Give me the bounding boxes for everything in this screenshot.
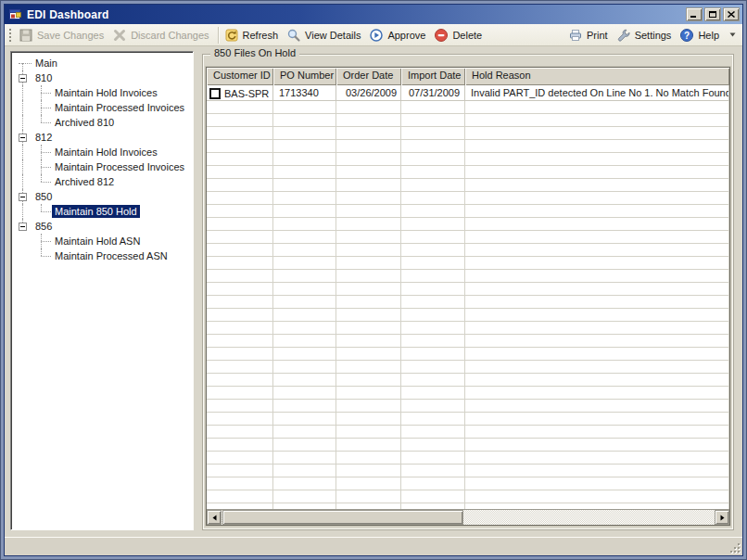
tree-item-812[interactable]: 812 — [15, 130, 191, 145]
refresh-button[interactable]: Refresh — [222, 26, 285, 45]
delete-button[interactable]: Delete — [431, 26, 487, 45]
column-header-hold-reason[interactable]: Hold Reason — [465, 68, 729, 85]
approve-button[interactable]: Approve — [366, 26, 431, 45]
tree-item-label: Main — [32, 57, 60, 70]
empty-cell — [401, 101, 465, 114]
tree-connector — [22, 159, 23, 174]
empty-grid-row — [207, 348, 729, 361]
empty-cell — [465, 374, 729, 387]
empty-cell — [465, 283, 729, 296]
empty-cell — [465, 413, 729, 426]
empty-cell — [401, 400, 465, 413]
tree-item-maintain-hold-invoices[interactable]: Maintain Hold Invoices — [15, 85, 191, 100]
view-details-button[interactable]: View Details — [284, 26, 366, 45]
tree-expander-minus[interactable] — [19, 193, 27, 201]
empty-grid-row — [207, 387, 729, 400]
empty-cell — [465, 387, 729, 400]
empty-grid-row — [207, 270, 729, 283]
column-header-order-date[interactable]: Order Date — [336, 68, 401, 85]
empty-cell — [273, 296, 336, 309]
settings-icon — [616, 28, 631, 43]
empty-grid-row — [207, 244, 729, 257]
tree-item-archived-810[interactable]: Archived 810 — [15, 115, 191, 130]
tree-item-maintain-processed-invoices[interactable]: Maintain Processed Invoices — [15, 100, 191, 115]
save-changes-button[interactable]: Save Changes — [16, 26, 109, 45]
empty-cell — [465, 231, 729, 244]
empty-cell — [401, 127, 465, 140]
tree-item-maintain-processed-invoices[interactable]: Maintain Processed Invoices — [15, 159, 191, 174]
tree-expander-minus[interactable] — [19, 134, 27, 142]
empty-cell — [273, 179, 336, 192]
empty-cell — [207, 400, 273, 413]
tree-expander-minus[interactable] — [19, 74, 27, 83]
help-button[interactable]: ? Help — [677, 26, 725, 45]
tree-item-810[interactable]: 810 — [15, 70, 191, 85]
help-label: Help — [698, 30, 719, 41]
table-row[interactable]: BAS-SPR 1713340 03/26/2009 07/31/2009 In… — [207, 85, 729, 101]
tree-item-label: 856 — [32, 220, 55, 233]
svg-text:?: ? — [684, 30, 690, 40]
empty-cell — [336, 439, 401, 452]
close-button[interactable] — [723, 7, 740, 21]
import-date-cell: 07/31/2009 — [401, 85, 465, 101]
empty-cell — [401, 153, 465, 166]
empty-grid-row — [207, 127, 729, 140]
scroll-right-button[interactable] — [715, 510, 729, 525]
column-header-po-number[interactable]: PO Number — [273, 68, 336, 85]
arrow-right-icon — [720, 515, 725, 521]
row-checkbox[interactable] — [209, 88, 221, 99]
tree-item-maintain-hold-invoices[interactable]: Maintain Hold Invoices — [15, 145, 191, 159]
empty-cell — [465, 426, 729, 439]
empty-cell — [401, 439, 465, 452]
tree-item-850[interactable]: 850 — [15, 189, 191, 204]
empty-grid-row — [207, 179, 729, 192]
tree-item-main[interactable]: Main — [15, 56, 191, 70]
horizontal-scrollbar[interactable] — [207, 509, 729, 525]
empty-cell — [336, 335, 401, 348]
delete-label: Delete — [452, 30, 482, 41]
tree-item-archived-812[interactable]: Archived 812 — [15, 174, 191, 189]
tree-item-856[interactable]: 856 — [15, 219, 191, 234]
column-header-import-date[interactable]: Import Date — [401, 68, 465, 85]
tree-expander-minus[interactable] — [19, 223, 27, 231]
tree-item-maintain-hold-asn[interactable]: Maintain Hold ASN — [15, 234, 191, 248]
resize-grip[interactable] — [728, 541, 740, 553]
empty-cell — [207, 140, 273, 153]
tree-connector — [22, 100, 23, 115]
tree-item-maintain-processed-asn[interactable]: Maintain Processed ASN — [15, 248, 191, 263]
tree-connector — [22, 174, 23, 189]
empty-cell — [465, 257, 729, 270]
empty-grid-row — [207, 465, 729, 477]
maximize-button[interactable] — [704, 7, 721, 21]
empty-cell — [465, 101, 729, 114]
empty-cell — [336, 465, 401, 477]
scroll-left-button[interactable] — [207, 510, 222, 525]
empty-cell — [273, 413, 336, 426]
empty-cell — [207, 439, 273, 452]
tree-item-maintain-850-hold[interactable]: Maintain 850 Hold — [15, 204, 191, 219]
title-bar[interactable]: EDI Dashboard — [5, 5, 742, 24]
toolbar-grip[interactable] — [8, 28, 12, 43]
discard-changes-button[interactable]: Discard Changes — [109, 26, 214, 45]
empty-cell — [465, 244, 729, 257]
tree-connector — [22, 85, 23, 100]
empty-cell — [401, 361, 465, 374]
print-button[interactable]: Print — [565, 26, 614, 45]
empty-cell — [465, 322, 729, 335]
empty-cell — [401, 166, 465, 179]
empty-cell — [207, 322, 273, 335]
settings-button[interactable]: Settings — [614, 26, 677, 45]
minimize-button[interactable] — [686, 7, 703, 21]
empty-cell — [207, 218, 273, 231]
scrollbar-thumb[interactable] — [222, 510, 463, 525]
tree-item-label: Archived 810 — [52, 116, 117, 129]
view-details-label: View Details — [305, 30, 361, 41]
empty-cell — [401, 192, 465, 205]
empty-cell — [465, 465, 729, 477]
empty-cell — [465, 490, 729, 503]
empty-cell — [273, 192, 336, 205]
tree-connector — [41, 211, 51, 212]
column-header-customer-id[interactable]: Customer ID — [207, 68, 273, 85]
empty-grid-row — [207, 490, 729, 503]
toolbar-overflow-button[interactable] — [727, 26, 739, 45]
